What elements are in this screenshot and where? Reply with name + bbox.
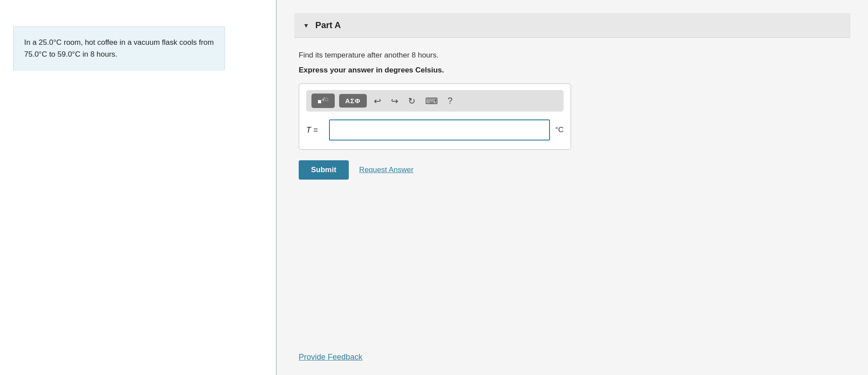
problem-text-line1: In a 25.0°C room, hot coffee in a vacuum… [24, 38, 214, 47]
redo-icon: ↪ [391, 96, 398, 106]
answer-input[interactable] [329, 119, 550, 141]
greek-symbols-label: ΑΣΦ [345, 97, 361, 105]
greek-symbols-button[interactable]: ΑΣΦ [339, 94, 367, 108]
part-a-header[interactable]: ▼ Part A [294, 13, 850, 38]
problem-text-line2: 75.0°C to 59.0°C in 8 hours. [24, 50, 117, 58]
provide-feedback-label: Provide Feedback [299, 353, 362, 361]
answer-instruction: Express your answer in degrees Celsius. [299, 66, 846, 75]
math-editor-icon: ■√□ [318, 97, 329, 105]
submit-label: Submit [311, 166, 336, 174]
help-icon: ? [448, 96, 452, 106]
part-a-title: Part A [315, 20, 341, 30]
problem-statement: In a 25.0°C room, hot coffee in a vacuum… [13, 26, 225, 70]
request-answer-label: Request Answer [359, 166, 414, 174]
submit-button[interactable]: Submit [299, 160, 349, 180]
left-panel: In a 25.0°C room, hot coffee in a vacuum… [0, 0, 277, 375]
undo-icon: ↩ [374, 96, 381, 106]
action-row: Submit Request Answer [299, 160, 846, 180]
math-input-box: ■√□ ΑΣΦ ↩ ↪ ↻ ⌨ [299, 83, 571, 150]
provide-feedback-button[interactable]: Provide Feedback [299, 353, 362, 362]
request-answer-button[interactable]: Request Answer [359, 166, 414, 174]
help-button[interactable]: ? [445, 94, 455, 108]
math-toolbar: ■√□ ΑΣΦ ↩ ↪ ↻ ⌨ [306, 90, 564, 112]
math-editor-button[interactable]: ■√□ [311, 94, 335, 108]
answer-label: T = [306, 126, 324, 135]
undo-button[interactable]: ↩ [371, 94, 384, 108]
collapse-arrow-icon[interactable]: ▼ [303, 22, 309, 29]
reset-icon: ↻ [408, 96, 416, 106]
keyboard-icon: ⌨ [425, 96, 438, 106]
reset-button[interactable]: ↻ [405, 94, 418, 108]
question-text: Find its temperature after another 8 hou… [299, 51, 846, 60]
right-panel: ▼ Part A Find its temperature after anot… [277, 0, 868, 375]
question-area: Find its temperature after another 8 hou… [294, 51, 850, 206]
keyboard-button[interactable]: ⌨ [423, 94, 441, 108]
redo-button[interactable]: ↪ [388, 94, 401, 108]
unit-label: °C [555, 126, 564, 134]
answer-input-row: T = °C [306, 119, 564, 141]
